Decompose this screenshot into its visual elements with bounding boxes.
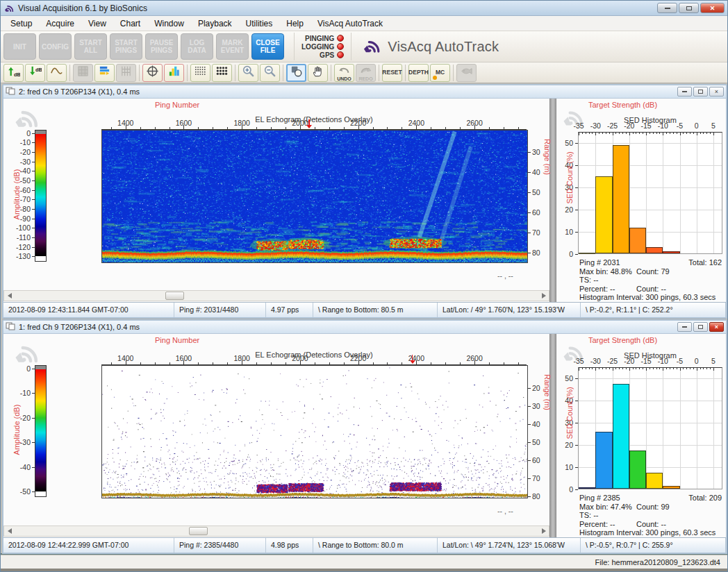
amplitude-tick-mark <box>32 209 35 210</box>
restore-button[interactable] <box>679 3 699 13</box>
undo-button[interactable]: UNDO <box>334 64 354 82</box>
scroll-left-arrow[interactable] <box>4 526 15 536</box>
echogram-hscrollbar[interactable] <box>3 525 549 537</box>
child-window-title: 1: fred Ch 9 T206P134 (X1), 0.4 ms <box>19 323 676 331</box>
sed-bar <box>629 228 646 253</box>
echogram-plot[interactable] <box>101 130 528 263</box>
redo-button: REDO <box>356 64 376 82</box>
sed-vgridline <box>646 368 647 489</box>
sed-ytick-label: 10 <box>559 228 573 236</box>
app-titlebar[interactable]: Visual Acquisition 6.1 by BioSonics ✕ <box>1 1 727 16</box>
child-minimize-button[interactable] <box>677 322 692 332</box>
mc-button[interactable]: MC <box>430 64 450 82</box>
menu-utilities[interactable]: Utilities <box>239 17 280 31</box>
pan-button[interactable] <box>308 64 328 82</box>
select-region-button[interactable] <box>286 64 306 82</box>
amplitude-tick-label: -100 <box>9 224 31 232</box>
status-cell-range-to-bottom: \ Range to Bottom: 80.5 m <box>313 303 438 317</box>
sed-stat-ping: Ping # 2385 <box>579 494 620 502</box>
range-tick-label: 80 <box>532 492 540 500</box>
ping-minor-tick <box>271 127 272 129</box>
ping-minor-tick <box>169 362 170 364</box>
menu-help[interactable]: Help <box>279 17 311 31</box>
range-tick-label: 50 <box>532 438 540 446</box>
zoom-out-icon <box>263 65 276 81</box>
sed-histogram-toggle-button[interactable] <box>164 64 184 82</box>
amplitude-axis-label: Amplitude (dB) <box>13 398 21 461</box>
menu-window[interactable]: Window <box>147 17 191 31</box>
sed-ytick-label: 0 <box>559 250 573 258</box>
reset-button[interactable]: RESET <box>382 64 402 82</box>
sed-xtick-mark <box>613 367 613 371</box>
sed-bar <box>663 486 679 489</box>
menu-playback[interactable]: Playback <box>191 17 239 31</box>
sed-xminor-tick <box>622 367 623 369</box>
depth-button[interactable]: DEPTH <box>408 64 429 82</box>
init-label-1: INIT <box>13 43 26 51</box>
sed-xminor-tick <box>710 367 711 369</box>
sed-xminor-tick <box>615 367 616 369</box>
threshold-down-button[interactable]: dB <box>25 64 45 82</box>
sed-stat-count2: Count: -- <box>636 520 666 528</box>
led-row-gps: GPS <box>301 51 344 59</box>
sed-xtick-mark <box>629 367 630 371</box>
ping-minor-tick <box>213 362 213 364</box>
sed-stat-ts: TS: -- <box>579 276 599 284</box>
status-cell-range-to-bottom: \ Range to Bottom: 80.0 m <box>313 538 438 553</box>
child-close-button[interactable]: × <box>709 87 724 96</box>
pane-splitter[interactable] <box>549 99 556 302</box>
led-indicator-gps <box>337 51 344 58</box>
color-scale-button[interactable] <box>94 64 115 82</box>
sed-bar <box>663 251 679 253</box>
target-detection-button[interactable] <box>142 64 163 82</box>
threshold-up-button[interactable]: dB <box>3 64 24 82</box>
marker-arrowhead <box>410 360 415 364</box>
ping-axis-label: Ping Number <box>155 336 199 344</box>
minimize-button[interactable] <box>657 3 677 13</box>
amplitude-tick-label: -40 <box>9 463 31 471</box>
menu-chart[interactable]: Chart <box>113 17 147 31</box>
ping-minor-tick <box>373 127 374 129</box>
child-maximize-button[interactable] <box>693 87 708 96</box>
echogram-hscrollbar[interactable] <box>3 290 549 301</box>
scroll-thumb[interactable] <box>165 292 184 300</box>
scroll-thumb[interactable] <box>189 527 208 535</box>
pane-splitter[interactable] <box>549 334 556 537</box>
menu-visacq-autotrack[interactable]: VisAcq AutoTrack <box>311 17 390 31</box>
close-button[interactable]: ✕ <box>700 3 725 13</box>
sed-xminor-tick <box>656 132 657 134</box>
tvg-curve-button[interactable] <box>47 64 67 82</box>
scroll-right-arrow[interactable] <box>538 291 549 301</box>
sed-count-axis-label: SED Count (%) <box>565 378 574 448</box>
toolbar-separator <box>453 65 454 81</box>
ping-minor-tick <box>329 127 330 129</box>
zoom-out-button[interactable] <box>260 64 280 82</box>
child-close-button[interactable]: × <box>709 322 724 332</box>
sed-xminor-tick <box>683 132 684 134</box>
ping-minor-tick <box>256 362 257 364</box>
close-file-button[interactable]: CLOSEFILE <box>251 33 284 60</box>
sed-xminor-tick <box>606 367 606 369</box>
amplitude-tick-label: -10 <box>9 389 31 397</box>
menu-setup[interactable]: Setup <box>3 17 39 31</box>
menu-acquire[interactable]: Acquire <box>39 17 81 31</box>
echo-dots-coarse-button[interactable] <box>212 64 232 82</box>
scroll-left-arrow[interactable] <box>4 291 15 301</box>
sed-vgridline <box>697 368 697 489</box>
child-minimize-button[interactable] <box>677 87 692 96</box>
chart-toolbar: dBdBUNDOREDORESETDEPTHMC <box>1 62 727 83</box>
menu-view[interactable]: View <box>81 17 113 31</box>
echo-dots-fine-button[interactable] <box>190 64 210 82</box>
range-tick-label: 40 <box>532 420 540 428</box>
zoom-in-button[interactable] <box>238 64 258 82</box>
echogram-plot[interactable] <box>101 365 528 498</box>
svg-text:dB: dB <box>35 67 42 73</box>
child-titlebar[interactable]: 1: fred Ch 9 T206P134 (X1), 0.4 ms× <box>3 321 726 334</box>
child-titlebar[interactable]: 2: fred Ch 9 T206P134 (X1), 0.4 ms× <box>3 85 726 99</box>
child-maximize-button[interactable] <box>693 322 708 332</box>
config-button: CONFIG <box>39 33 72 60</box>
sed-xminor-tick <box>677 367 677 369</box>
scroll-right-arrow[interactable] <box>538 526 549 536</box>
start-pings-label-1: START <box>115 39 138 47</box>
sed-xminor-tick <box>622 132 623 134</box>
